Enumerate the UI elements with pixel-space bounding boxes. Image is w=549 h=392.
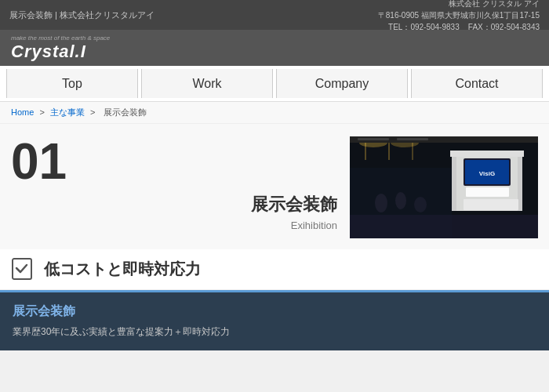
breadcrumb-main-business[interactable]: 主な事業 bbox=[50, 107, 85, 117]
bottom-section: 展示会装飾 業界歴30年に及ぶ実績と豊富な提案力＋即時対応力 bbox=[0, 290, 549, 350]
logo-area: make the most of the earth & space Cryst… bbox=[0, 30, 549, 66]
tel-fax: TEL：092-504-9833 FAX：092-504-8343 bbox=[378, 21, 540, 33]
main-content: 01 展示会装飾 Exihibition VisiG bbox=[0, 124, 549, 249]
section-title-jp: 展示会装飾 bbox=[11, 193, 337, 216]
tel: TEL：092-504-9833 bbox=[388, 23, 460, 31]
svg-point-19 bbox=[414, 197, 427, 212]
feature-section: 低コストと即時対応力 bbox=[0, 249, 549, 290]
breadcrumb-sep2: > bbox=[90, 107, 97, 117]
contact-info: 株式会社 クリスタル アイ 〒816-0905 福岡県大野城市川久保1丁目17-… bbox=[378, 0, 540, 33]
fax: FAX：092-504-8343 bbox=[468, 23, 540, 31]
svg-point-17 bbox=[375, 194, 387, 212]
svg-rect-7 bbox=[452, 152, 456, 211]
section-title-en: Exihibition bbox=[11, 220, 337, 231]
logo-main: Crystal.I bbox=[11, 42, 538, 62]
nav-item-contact[interactable]: Contact bbox=[411, 69, 543, 98]
svg-text:VisiG: VisiG bbox=[479, 170, 495, 177]
bottom-title: 展示会装飾 bbox=[13, 303, 536, 320]
svg-rect-14 bbox=[464, 199, 518, 210]
nav-item-top[interactable]: Top bbox=[6, 69, 138, 98]
breadcrumb: Home > 主な事業 > 展示会装飾 bbox=[0, 102, 549, 124]
feature-title: 低コストと即時対応力 bbox=[44, 259, 201, 280]
svg-rect-21 bbox=[358, 138, 389, 140]
svg-rect-16 bbox=[350, 215, 538, 238]
breadcrumb-current: 展示会装飾 bbox=[104, 107, 147, 117]
bottom-description: 業界歴30年に及ぶ実績と豊富な提案力＋即時対応力 bbox=[13, 325, 536, 339]
page-tab-title: 展示会装飾 | 株式会社クリスタルアイ bbox=[9, 9, 155, 21]
exhibit-image: VisiG bbox=[350, 136, 538, 238]
svg-rect-13 bbox=[466, 187, 509, 197]
svg-point-18 bbox=[395, 192, 406, 209]
nav-item-company[interactable]: Company bbox=[276, 69, 408, 98]
section-number: 01 bbox=[11, 136, 337, 187]
header-bar: 展示会装飾 | 株式会社クリスタルアイ 株式会社 クリスタル アイ 〒816-0… bbox=[0, 0, 549, 30]
logo-subtitle: make the most of the earth & space bbox=[11, 34, 538, 42]
breadcrumb-home[interactable]: Home bbox=[11, 107, 34, 117]
content-left: 01 展示会装飾 Exihibition bbox=[11, 136, 337, 231]
breadcrumb-sep1: > bbox=[39, 107, 46, 117]
svg-rect-9 bbox=[450, 151, 524, 157]
feature-icon bbox=[11, 257, 36, 282]
nav-item-work[interactable]: Work bbox=[141, 69, 273, 98]
svg-rect-22 bbox=[397, 138, 428, 140]
company-name: 株式会社 クリスタル アイ bbox=[378, 0, 540, 9]
main-nav: Top Work Company Contact bbox=[0, 66, 549, 102]
address: 〒816-0905 福岡県大野城市川久保1丁目17-15 bbox=[378, 9, 540, 21]
